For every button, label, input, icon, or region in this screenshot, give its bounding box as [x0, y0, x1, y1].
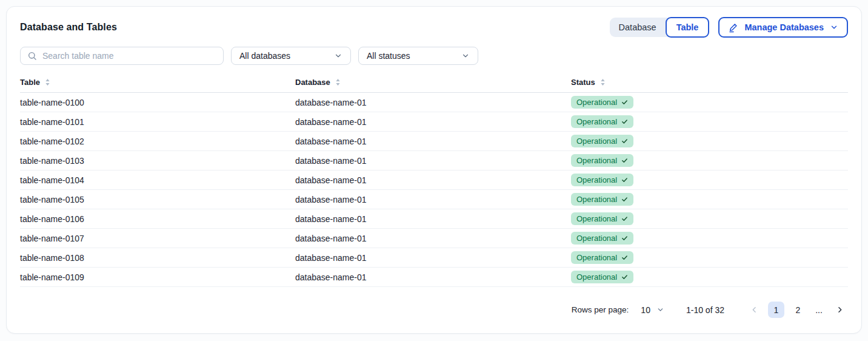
- table-name-cell: table-name-0102: [20, 132, 295, 151]
- status-badge: Operational: [571, 212, 633, 225]
- sort-icon: [335, 78, 341, 86]
- page-title: Database and Tables: [20, 22, 117, 33]
- table-row[interactable]: table-name-0101 database-name-01 Operati…: [20, 112, 848, 132]
- table-name-cell: table-name-0107: [20, 229, 295, 248]
- column-header-table[interactable]: Table: [20, 78, 295, 93]
- database-filter-select[interactable]: All databases: [231, 47, 351, 65]
- table-name-cell: table-name-0100: [20, 93, 295, 112]
- status-cell: Operational: [571, 151, 848, 170]
- card-header: Database and Tables Database Table Manag…: [20, 17, 848, 38]
- status-badge: Operational: [571, 115, 633, 128]
- sort-icon: [44, 78, 51, 86]
- table-row[interactable]: table-name-0103 database-name-01 Operati…: [20, 151, 848, 170]
- chevron-down-icon: [656, 306, 664, 314]
- chevron-down-icon: [334, 52, 342, 60]
- toggle-table[interactable]: Table: [666, 17, 710, 38]
- status-badge: Operational: [571, 174, 633, 186]
- table-name-cell: table-name-0106: [20, 209, 295, 229]
- table-row[interactable]: table-name-0104 database-name-01 Operati…: [20, 170, 848, 190]
- check-icon: [621, 196, 628, 203]
- previous-page-button[interactable]: [746, 302, 763, 318]
- status-cell: Operational: [571, 209, 848, 229]
- table-row[interactable]: table-name-0100 database-name-01 Operati…: [20, 93, 848, 112]
- search-input[interactable]: [42, 51, 216, 61]
- manage-databases-button[interactable]: Manage Databases: [718, 17, 848, 38]
- chevron-right-icon: [835, 305, 844, 314]
- check-icon: [621, 138, 628, 144]
- status-badge: Operational: [571, 193, 633, 206]
- pencil-icon: [728, 22, 738, 33]
- status-cell: Operational: [571, 248, 848, 268]
- check-icon: [621, 99, 628, 106]
- check-icon: [621, 254, 628, 261]
- table-name-cell: table-name-0104: [20, 170, 295, 190]
- table-name-cell: table-name-0103: [20, 151, 295, 170]
- check-icon: [621, 157, 628, 164]
- status-cell: Operational: [571, 132, 848, 151]
- status-cell: Operational: [571, 190, 848, 209]
- pagination-range: 1-10 of 32: [686, 305, 724, 315]
- rows-per-page-label: Rows per page:: [572, 305, 629, 314]
- check-icon: [621, 235, 628, 241]
- status-filter-value: All statuses: [367, 51, 410, 61]
- sort-icon: [599, 78, 606, 86]
- table-row[interactable]: table-name-0105 database-name-01 Operati…: [20, 190, 848, 209]
- status-badge: Operational: [571, 271, 633, 283]
- status-cell: Operational: [571, 93, 848, 112]
- table-name-cell: table-name-0108: [20, 248, 295, 268]
- table-name-cell: table-name-0101: [20, 112, 295, 132]
- status-badge: Operational: [571, 135, 633, 147]
- status-cell: Operational: [571, 229, 848, 248]
- check-icon: [621, 215, 628, 222]
- status-cell: Operational: [571, 112, 848, 132]
- database-name-cell: database-name-01: [295, 151, 571, 170]
- pager: 1 2 ...: [746, 302, 848, 318]
- chevron-down-icon: [461, 52, 470, 60]
- rows-per-page-value: 10: [641, 305, 650, 315]
- status-filter-select[interactable]: All statuses: [358, 47, 478, 65]
- database-name-cell: database-name-01: [295, 170, 571, 190]
- table-row[interactable]: table-name-0106 database-name-01 Operati…: [20, 209, 848, 229]
- status-badge: Operational: [571, 96, 633, 109]
- chevron-left-icon: [750, 305, 759, 314]
- database-name-cell: database-name-01: [295, 190, 571, 209]
- database-name-cell: database-name-01: [295, 248, 571, 268]
- page-button-2[interactable]: 2: [790, 302, 806, 318]
- database-name-cell: database-name-01: [295, 93, 571, 112]
- rows-per-page-select[interactable]: 10: [641, 305, 664, 315]
- database-tables-card: Database and Tables Database Table Manag…: [6, 6, 862, 334]
- search-box: [20, 47, 224, 65]
- database-filter-value: All databases: [239, 51, 290, 61]
- status-badge: Operational: [571, 154, 633, 167]
- database-name-cell: database-name-01: [295, 132, 571, 151]
- column-header-database[interactable]: Database: [295, 78, 571, 93]
- check-icon: [621, 118, 628, 125]
- status-badge: Operational: [571, 251, 633, 264]
- search-icon: [27, 51, 37, 61]
- database-name-cell: database-name-01: [295, 112, 571, 132]
- table-name-cell: table-name-0105: [20, 190, 295, 209]
- table-row[interactable]: table-name-0107 database-name-01 Operati…: [20, 229, 848, 248]
- manage-databases-label: Manage Databases: [744, 22, 824, 32]
- page-button-1[interactable]: 1: [768, 302, 784, 318]
- status-badge: Operational: [571, 232, 633, 245]
- table-footer: Rows per page: 10 1-10 of 32 1 2 ...: [20, 302, 848, 318]
- next-page-button[interactable]: [832, 302, 848, 318]
- column-header-status[interactable]: Status: [571, 78, 848, 93]
- table-header-row: Table Database Status: [20, 78, 848, 93]
- tables-table: Table Database Status table-name-0100 da…: [20, 78, 848, 287]
- table-row[interactable]: table-name-0109 database-name-01 Operati…: [20, 268, 848, 287]
- table-row[interactable]: table-name-0108 database-name-01 Operati…: [20, 248, 848, 268]
- header-actions: Database Table Manage Databases: [610, 17, 848, 38]
- toggle-database[interactable]: Database: [610, 18, 666, 37]
- database-name-cell: database-name-01: [295, 209, 571, 229]
- check-icon: [621, 177, 628, 183]
- table-row[interactable]: table-name-0102 database-name-01 Operati…: [20, 132, 848, 151]
- status-cell: Operational: [571, 268, 848, 287]
- table-name-cell: table-name-0109: [20, 268, 295, 287]
- database-name-cell: database-name-01: [295, 229, 571, 248]
- database-name-cell: database-name-01: [295, 268, 571, 287]
- pager-ellipsis: ...: [812, 305, 826, 315]
- check-icon: [621, 274, 628, 280]
- chevron-down-icon: [830, 23, 838, 32]
